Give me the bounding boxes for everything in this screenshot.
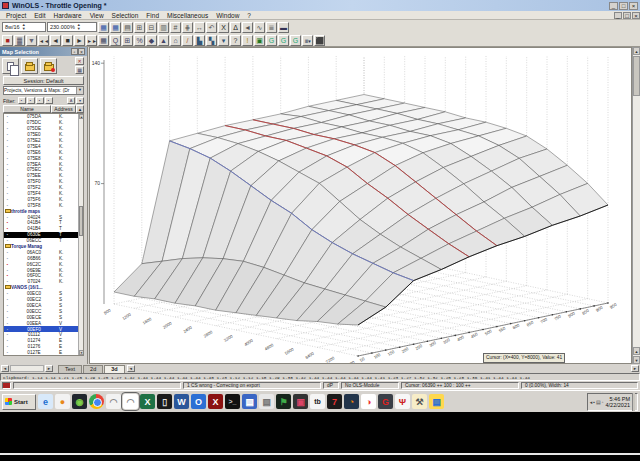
panel-pin-icon[interactable]: ▫ — [71, 48, 78, 55]
open-project-button[interactable] — [21, 58, 38, 74]
panel-x-button[interactable]: ✕ — [75, 57, 84, 65]
title-bar[interactable]: WinOLS - Throttle Opening * _ □ × — [0, 0, 640, 11]
map-row[interactable]: ▪06B66K. — [4, 255, 83, 261]
map-row[interactable]: ▪075EAK. — [4, 161, 83, 167]
map-row[interactable]: ▪01274E — [4, 338, 83, 344]
back-icon[interactable]: ◄ — [242, 22, 253, 33]
map-row[interactable]: ▪0630ET — [4, 232, 83, 238]
map-row[interactable]: ▪00ECCS — [4, 308, 83, 314]
map-row[interactable]: ▪075E6K. — [4, 149, 83, 155]
column-address[interactable]: Address — [51, 105, 76, 113]
close-button[interactable]: × — [629, 2, 638, 10]
import-icon[interactable]: ▼ — [26, 35, 37, 46]
selection-grid2-icon[interactable]: ▦ — [110, 22, 121, 33]
map-row[interactable]: ▪06F0CK. — [4, 273, 83, 279]
dark-avatar-app-icon[interactable]: ◉ — [72, 394, 87, 409]
scroll-down-icon[interactable]: ▼ — [633, 356, 640, 364]
menu-view[interactable]: View — [86, 12, 108, 19]
map-row[interactable]: ▪075E8K. — [4, 155, 83, 161]
maximize-button[interactable]: □ — [619, 2, 628, 10]
filter-1-button[interactable]: ▪ — [18, 97, 26, 104]
delta-icon[interactable]: Δ — [230, 22, 241, 33]
map-row[interactable]: ▪06AC0K. — [4, 249, 83, 255]
filter-2-button[interactable]: ▪ — [27, 97, 35, 104]
session-button[interactable]: Session: Default — [3, 76, 84, 85]
map-row[interactable]: ▪075F0K. — [4, 179, 83, 185]
import-file-button[interactable] — [40, 58, 57, 74]
map-row[interactable]: ▪0127EE — [4, 350, 83, 356]
photo-app-icon[interactable]: ▣ — [293, 394, 308, 409]
scroll-down2-icon[interactable]: ▲ — [633, 347, 640, 355]
green-1-icon[interactable]: G — [266, 35, 277, 46]
map-row[interactable]: ▪00ECAS — [4, 303, 83, 309]
pencil-icon[interactable]: / — [182, 35, 193, 46]
wave-icon[interactable]: ∿ — [254, 22, 265, 33]
map-list[interactable]: ▪075DAK.▪075DCK.▪075DEK.▪075E0K.▪075E2K.… — [3, 113, 84, 356]
tab-text[interactable]: Text — [58, 365, 82, 373]
formula-x-icon[interactable]: X — [218, 22, 229, 33]
media-app-icon[interactable]: ● — [55, 394, 70, 409]
map-row[interactable]: ▪041B4T — [4, 226, 83, 232]
home-icon[interactable]: ⌂ — [170, 35, 181, 46]
next-icon[interactable]: ► — [74, 35, 85, 46]
diamond-icon[interactable]: ◆ — [146, 35, 157, 46]
format-combo[interactable]: 8w/16▲▼ — [2, 22, 46, 32]
spinner-icon[interactable]: ▲▼ — [77, 23, 81, 31]
red-x-app-icon[interactable]: X — [208, 394, 223, 409]
window-icon[interactable]: ⊞ — [122, 35, 133, 46]
split-view-icon[interactable]: ▥ — [158, 22, 169, 33]
map-row[interactable]: ▪075F2K. — [4, 185, 83, 191]
stop-icon[interactable]: ■ — [62, 35, 73, 46]
column-name[interactable]: Name — [3, 105, 51, 113]
menu-find[interactable]: Find — [142, 12, 163, 19]
help-icon[interactable]: ? — [230, 35, 241, 46]
map-row[interactable]: ▪00EF0V — [4, 326, 83, 332]
chart-scroll-thumb[interactable] — [633, 56, 640, 96]
map-row[interactable]: ▪07024K. — [4, 279, 83, 285]
map-selection-caption[interactable]: Map Selection ▫ × — [0, 47, 87, 56]
scroll-up-icon[interactable]: ▲ — [633, 47, 640, 55]
map-a-icon[interactable]: ▙ — [194, 35, 205, 46]
show-desktop-button[interactable] — [632, 393, 635, 411]
grid-sync-icon[interactable]: ⋕ — [182, 22, 193, 33]
filter-3-button[interactable]: ▪ — [36, 97, 44, 104]
chrome-icon[interactable] — [89, 394, 104, 409]
clock[interactable]: 5:46 PM 4/22/2021 — [606, 396, 630, 408]
cam-icon[interactable]: ▣ — [254, 35, 265, 46]
menu-?[interactable]: ? — [243, 12, 255, 19]
map-row[interactable]: ▪041B4T — [4, 220, 83, 226]
zoom-combo[interactable]: 230.000%▲▼ — [47, 22, 97, 32]
col-insert-icon[interactable]: ⊞ — [134, 22, 145, 33]
tray-net-icon[interactable]: ▪ — [593, 399, 595, 405]
round-app-icon[interactable]: ◑ — [361, 394, 376, 409]
map-row[interactable]: ▪00EEAV — [4, 320, 83, 326]
selection-grid-icon[interactable]: ▦ — [98, 22, 109, 33]
swap-icon[interactable]: ↔ — [194, 22, 205, 33]
notes-app-icon[interactable]: ▤ — [259, 394, 274, 409]
ffwd-icon[interactable]: ►► — [86, 35, 97, 46]
green-2-icon[interactable]: G — [278, 35, 289, 46]
pane-hscroll-right-icon[interactable]: ► — [631, 365, 639, 372]
minimize-button[interactable]: _ — [609, 2, 618, 10]
hash-icon[interactable]: # — [170, 22, 181, 33]
internet-explorer-icon[interactable]: e — [38, 394, 53, 409]
swoosh-app-icon[interactable]: ◠ — [106, 394, 121, 409]
wrench-app-icon[interactable]: ⚒ — [412, 394, 427, 409]
map-row[interactable]: ▪075ECK. — [4, 167, 83, 173]
filter-a-button[interactable]: A — [67, 97, 75, 104]
tray-msg-icon[interactable]: ◦ — [602, 399, 604, 405]
map-c-icon[interactable]: ▾ — [218, 35, 229, 46]
map-row[interactable]: ▪075F6K. — [4, 196, 83, 202]
map-row[interactable]: ▪01112V — [4, 332, 83, 338]
rewind-icon[interactable]: ◄◄ — [38, 35, 49, 46]
map-row[interactable]: ▪075DEK. — [4, 126, 83, 132]
sticky-app-icon[interactable]: ▤ — [429, 394, 444, 409]
map-row[interactable]: ▪06ECCT — [4, 238, 83, 244]
book-app-icon[interactable]: ▯ — [157, 394, 172, 409]
list-vscrollbar[interactable]: ▲ ▼ — [78, 114, 83, 355]
globe-app-icon[interactable]: G — [378, 394, 393, 409]
tray-vol-icon[interactable]: ▤ — [596, 399, 601, 405]
hscroll-right-icon[interactable]: ► — [45, 365, 53, 372]
up-icon[interactable]: ▲ — [158, 35, 169, 46]
menu-hardware[interactable]: Hardware — [49, 12, 85, 19]
